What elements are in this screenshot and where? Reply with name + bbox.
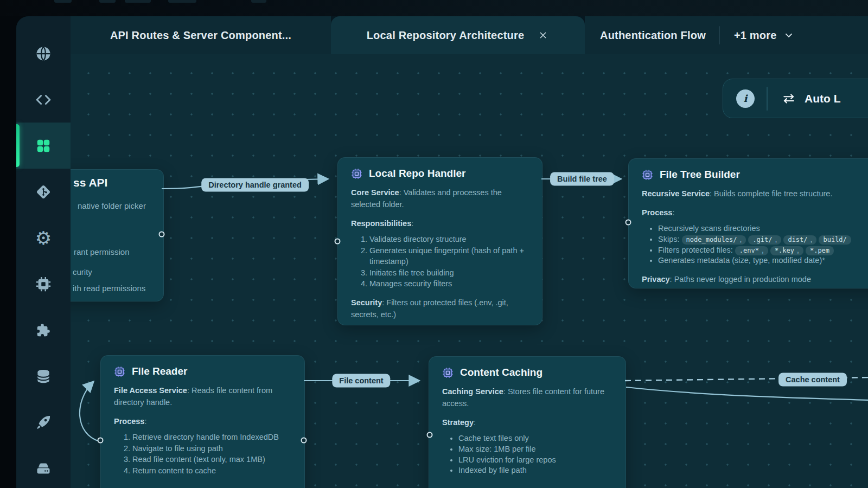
tab-authentication-flow[interactable]: Authentication Flow [600, 29, 706, 42]
chip-icon [351, 168, 362, 179]
edge-outgoing-lower [626, 387, 868, 400]
code-pill: node_modules/ [682, 235, 746, 245]
close-tab-icon[interactable] [538, 30, 549, 41]
node-text: Recursive Service: Builds complete file … [642, 188, 868, 200]
sidebar-item-cpu[interactable] [16, 261, 71, 307]
toolbar-divider [767, 87, 768, 111]
tab-local-repository-active[interactable]: Local Repository Architecture [331, 16, 585, 54]
top-tab-sliver [168, 0, 196, 3]
node-title-text: File Tree Builder [660, 169, 740, 181]
git-branch-icon [35, 184, 52, 200]
node-text: Strategy: [442, 416, 612, 428]
sidebar-item-globe[interactable] [16, 30, 71, 76]
node-content-caching[interactable]: Content Caching Caching Service: Stores … [429, 356, 626, 488]
node-text: Security: Filters out protected files (.… [351, 297, 529, 320]
top-tab-sliver [125, 0, 151, 3]
active-indicator-bar [16, 124, 20, 167]
info-button[interactable]: i [736, 89, 755, 108]
sidebar-item-git[interactable] [16, 169, 71, 215]
node-title-text: Local Repo Handler [369, 168, 465, 179]
node-list: Retrieve directory handle from IndexedDB… [114, 432, 291, 476]
node-text: Core Service: Validates and processes th… [351, 187, 529, 210]
auto-layout-label: Auto L [805, 92, 840, 105]
database-icon [35, 368, 52, 384]
node-access-api[interactable]: ss API native folder picker rant permiss… [71, 169, 164, 301]
node-list: Recursively scans directories Skips: nod… [642, 223, 868, 266]
edge-label-file-content: File content [332, 374, 390, 388]
node-text: Responsibilities: [351, 217, 529, 229]
edge-into-file-reader [80, 382, 99, 441]
auto-layout-button[interactable]: Auto L [782, 92, 840, 106]
top-tab-sliver [251, 0, 266, 3]
code-pill: dist/ [783, 235, 816, 245]
sidebar-item-extensions[interactable] [16, 307, 71, 353]
tab-bar: API Routes & Server Component... Local R… [71, 16, 868, 54]
tab-label: API Routes & Server Component... [110, 29, 291, 42]
node-text: rant permission [74, 247, 130, 256]
globe-icon [35, 46, 52, 62]
canvas-toolbar: i Auto L [723, 79, 868, 118]
code-pill: build/ [819, 235, 851, 245]
chip-icon [442, 367, 454, 378]
puzzle-icon [35, 322, 52, 338]
hard-drive-icon [35, 460, 52, 477]
node-title-text: File Reader [132, 365, 187, 377]
node-file-tree-builder[interactable]: File Tree Builder Recursive Service: Bui… [628, 158, 868, 288]
top-tab-sliver [54, 0, 72, 3]
edge-label-build-file-tree: Build file tree [550, 172, 614, 186]
app-window: API Routes & Server Component... Local R… [16, 16, 868, 488]
code-pill: *.pem [806, 246, 834, 255]
code-pill: *.key [770, 246, 803, 255]
node-text: Caching Service: Stores file content for… [442, 386, 612, 409]
code-pill: .env* [735, 246, 768, 255]
node-title: Content Caching [442, 367, 612, 378]
node-text: Process: [114, 415, 291, 427]
sidebar-item-blocks-active[interactable] [16, 123, 71, 169]
node-text: ith read permissions [73, 284, 145, 293]
tab-api-routes[interactable]: API Routes & Server Component... [71, 16, 331, 54]
node-list: Validates directory structure Generates … [351, 234, 529, 290]
layout-grid-icon [35, 138, 52, 154]
sidebar-item-code[interactable] [16, 76, 71, 123]
node-title-text: Content Caching [460, 367, 542, 378]
node-list: Cache text files only Max size: 1MB per … [442, 433, 612, 476]
more-tabs-label: +1 more [734, 29, 777, 42]
node-title: File Tree Builder [642, 169, 868, 181]
swap-arrows-icon [782, 92, 796, 106]
node-text: Process: [642, 207, 868, 219]
chevron-down-icon [783, 30, 794, 41]
node-local-repo-handler[interactable]: Local Repo Handler Core Service: Validat… [337, 157, 542, 325]
code-icon [35, 92, 52, 108]
gear-icon: ⚙ [35, 229, 52, 247]
edge-label-directory-handle: Directory handle granted [201, 178, 309, 192]
top-tab-sliver [99, 0, 116, 3]
node-title: Local Repo Handler [351, 168, 529, 179]
sidebar-item-database[interactable] [16, 353, 71, 399]
chip-icon [114, 366, 125, 377]
rocket-icon [35, 414, 52, 431]
tab-label: Local Repository Architecture [367, 29, 525, 42]
sidebar-item-settings[interactable]: ⚙ [16, 215, 71, 261]
more-tabs-button[interactable]: +1 more [734, 29, 794, 42]
diagram-canvas[interactable]: ss API native folder picker rant permiss… [71, 54, 868, 488]
node-text: curity [73, 267, 92, 277]
sidebar-item-storage[interactable] [16, 445, 71, 488]
chip-icon [642, 169, 653, 181]
node-text: native folder picker [78, 201, 146, 210]
code-pill: .git/ [748, 235, 781, 245]
sidebar: ⚙ [16, 16, 71, 488]
node-title: File Reader [114, 365, 291, 377]
node-text: Privacy: Paths never logged in productio… [642, 273, 868, 285]
edge-label-cache-content: Cache content [778, 373, 847, 387]
sidebar-item-deploy[interactable] [16, 399, 71, 445]
tab-divider [719, 26, 720, 44]
tab-right-group: Authentication Flow +1 more [585, 16, 868, 54]
node-file-reader[interactable]: File Reader File Access Service: Reads f… [100, 355, 305, 488]
browser-top-strip [0, 0, 868, 16]
node-text: File Access Service: Reads file content … [114, 384, 291, 408]
cpu-icon [35, 276, 52, 292]
node-title: ss API [73, 176, 107, 189]
